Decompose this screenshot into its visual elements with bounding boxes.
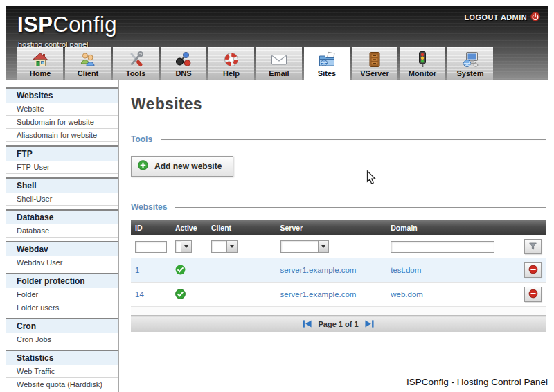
sidebar-section-folder-protection: Folder protection bbox=[6, 273, 118, 288]
tab-tools[interactable]: Tools bbox=[113, 47, 159, 80]
pagination-label: Page 1 of 1 bbox=[318, 320, 358, 328]
row-id-link[interactable]: 1 bbox=[131, 258, 171, 283]
row-server-link[interactable]: server1.example.com bbox=[276, 283, 387, 307]
tab-vserver[interactable]: VServer bbox=[352, 47, 397, 80]
tab-label: System bbox=[456, 69, 483, 78]
logo-light-part: Config bbox=[53, 12, 117, 37]
filter-id-input[interactable] bbox=[135, 241, 167, 253]
sidebar-section-webdav: Webdav bbox=[6, 241, 118, 256]
tab-system[interactable]: System bbox=[447, 47, 493, 80]
table-spacer-row bbox=[131, 307, 546, 316]
tab-email[interactable]: Email bbox=[256, 47, 302, 80]
filter-server-select[interactable] bbox=[280, 240, 329, 253]
pagination-row: Page 1 of 1 bbox=[131, 316, 546, 333]
tab-sites[interactable]: Sites bbox=[304, 47, 350, 80]
sidebar-item-aliasdomain[interactable]: Aliasdomain for website bbox=[6, 129, 118, 142]
row-client-cell bbox=[207, 283, 276, 307]
filter-row bbox=[131, 235, 546, 258]
header: ISPConfig hosting control panel LOGOUT A… bbox=[6, 6, 548, 80]
tools-section-label: Tools bbox=[131, 134, 152, 144]
power-icon bbox=[530, 12, 540, 23]
tools-icon bbox=[127, 50, 145, 69]
window-caption: ISPConfig - Hosting Control Panel bbox=[406, 377, 548, 387]
vserver-icon bbox=[366, 50, 384, 69]
client-icon bbox=[79, 50, 97, 69]
tab-label: Tools bbox=[126, 69, 146, 78]
table-row: 14 server1.example.com web.dom bbox=[131, 283, 546, 307]
email-icon bbox=[270, 50, 288, 69]
tab-label: Monitor bbox=[409, 69, 436, 78]
add-new-website-label: Add new website bbox=[154, 161, 222, 171]
row-domain-link[interactable]: web.dom bbox=[386, 283, 515, 307]
delete-button[interactable] bbox=[524, 262, 542, 278]
tab-label: Client bbox=[78, 69, 99, 78]
section-divider bbox=[175, 207, 546, 208]
filter-active-select[interactable] bbox=[175, 240, 192, 253]
tab-client[interactable]: Client bbox=[65, 47, 111, 80]
sidebar-item-folder[interactable]: Folder bbox=[6, 288, 118, 301]
sidebar-item-folder-users[interactable]: Folder users bbox=[6, 301, 118, 314]
tab-help[interactable]: Help bbox=[208, 47, 254, 80]
funnel-icon bbox=[528, 242, 537, 252]
tab-label: VServer bbox=[360, 69, 389, 78]
sidebar: Websites Website Subdomain for website A… bbox=[6, 80, 119, 392]
sidebar-item-subdomain[interactable]: Subdomain for website bbox=[6, 116, 118, 129]
sidebar-section-shell: Shell bbox=[6, 177, 118, 193]
websites-section-header: Websites bbox=[131, 202, 546, 212]
page-title: Websites bbox=[131, 95, 546, 114]
table-row: 1 server1.example.com test.dom bbox=[131, 258, 546, 283]
tab-label: Email bbox=[269, 69, 289, 78]
logout-label: LOGOUT ADMIN bbox=[464, 13, 527, 21]
sidebar-item-website-quota[interactable]: Website quota (Harddisk) bbox=[6, 378, 118, 391]
chevron-down-icon bbox=[226, 241, 237, 252]
sidebar-section-ftp: FTP bbox=[6, 145, 118, 161]
col-header-active: Active bbox=[171, 220, 207, 235]
sidebar-section-database: Database bbox=[6, 209, 118, 224]
col-header-id: ID bbox=[131, 220, 171, 235]
tab-monitor[interactable]: Monitor bbox=[400, 47, 445, 80]
sidebar-item-webdav-user[interactable]: Webdav User bbox=[6, 256, 118, 269]
tools-section-header: Tools bbox=[131, 134, 546, 144]
tab-label: Home bbox=[30, 69, 51, 78]
row-id-link[interactable]: 14 bbox=[131, 283, 171, 307]
app-window: ISPConfig hosting control panel LOGOUT A… bbox=[6, 6, 548, 392]
row-client-cell bbox=[207, 258, 276, 283]
filter-client-select[interactable] bbox=[211, 240, 238, 253]
dns-icon bbox=[175, 50, 193, 69]
tab-home[interactable]: Home bbox=[17, 47, 63, 80]
chevron-down-icon bbox=[181, 241, 191, 252]
sidebar-item-cron-jobs[interactable]: Cron Jobs bbox=[6, 333, 118, 346]
content-area: Websites Website Subdomain for website A… bbox=[6, 80, 548, 392]
col-header-domain: Domain bbox=[386, 220, 515, 235]
row-domain-link[interactable]: test.dom bbox=[386, 258, 515, 283]
sidebar-item-website[interactable]: Website bbox=[6, 103, 118, 116]
add-new-website-button[interactable]: Add new website bbox=[131, 156, 233, 177]
sidebar-item-shell-user[interactable]: Shell-User bbox=[6, 193, 118, 206]
tab-label: Sites bbox=[318, 69, 336, 78]
tab-label: Help bbox=[223, 69, 240, 78]
sidebar-item-web-traffic[interactable]: Web Traffic bbox=[6, 365, 118, 378]
filter-button[interactable] bbox=[524, 239, 542, 254]
sidebar-section-cron: Cron bbox=[6, 318, 118, 333]
main-nav: Home Client Tools DNS Help Email bbox=[17, 47, 493, 80]
delete-button[interactable] bbox=[524, 287, 542, 302]
table-header-row: ID Active Client Server Domain bbox=[131, 220, 546, 235]
active-check-icon[interactable] bbox=[175, 292, 186, 301]
tab-dns[interactable]: DNS bbox=[161, 47, 206, 80]
logo-bold-part: ISP bbox=[17, 12, 53, 37]
plus-icon bbox=[138, 160, 148, 172]
sites-icon bbox=[318, 50, 336, 69]
sidebar-item-database[interactable]: Database bbox=[6, 224, 118, 238]
col-header-actions bbox=[515, 220, 546, 235]
row-server-link[interactable]: server1.example.com bbox=[276, 258, 387, 283]
filter-domain-input[interactable] bbox=[391, 241, 494, 253]
active-check-icon[interactable] bbox=[175, 268, 186, 276]
delete-icon bbox=[528, 289, 538, 300]
sidebar-item-ftp-user[interactable]: FTP-User bbox=[6, 161, 118, 174]
sidebar-section-websites: Websites bbox=[6, 87, 118, 103]
logout-button[interactable]: LOGOUT ADMIN bbox=[464, 12, 540, 23]
last-page-icon[interactable] bbox=[364, 319, 375, 328]
home-icon bbox=[31, 50, 49, 69]
first-page-icon[interactable] bbox=[302, 319, 312, 328]
websites-table: ID Active Client Server Domain 1 bbox=[131, 220, 546, 332]
